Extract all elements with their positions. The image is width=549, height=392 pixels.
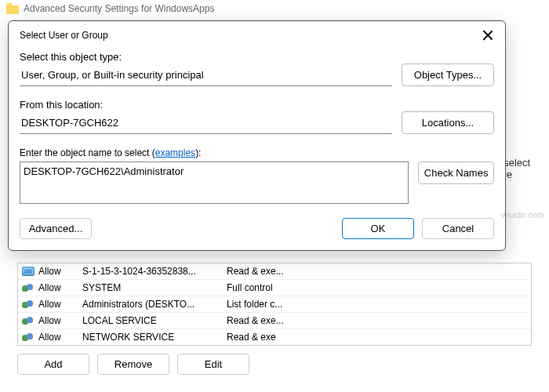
select-user-group-dialog: Select User or Group Select this object … [8, 20, 506, 251]
table-row[interactable]: AllowS-1-15-3-1024-36352838...Read & exe… [18, 263, 531, 279]
folder-icon [6, 3, 19, 14]
two-users-icon [21, 331, 35, 343]
name-label-pre: Enter the object name to select ( [20, 147, 155, 158]
col-type: Allow [38, 266, 79, 277]
two-users-icon [21, 298, 35, 310]
permissions-area: AllowS-1-15-3-1024-36352838...Read & exe… [17, 263, 532, 375]
col-access: Read & exe... [227, 315, 528, 326]
permissions-button-row: Add Remove Edit [17, 354, 532, 375]
col-principal: S-1-15-3-1024-36352838... [82, 266, 224, 277]
permissions-table: AllowS-1-15-3-1024-36352838...Read & exe… [17, 263, 532, 346]
location-value: DESKTOP-7GCH622 [20, 114, 392, 134]
bg-title-text: Advanced Security Settings for WindowsAp… [24, 3, 214, 14]
col-principal: Administrators (DESKTO... [82, 299, 224, 310]
ok-button[interactable]: OK [342, 218, 414, 239]
add-button[interactable]: Add [17, 354, 89, 375]
table-row[interactable]: AllowSYSTEMFull control [18, 279, 531, 296]
col-access: List folder c... [227, 299, 528, 310]
col-type: Allow [38, 315, 79, 326]
dialog-titlebar: Select User or Group [9, 21, 505, 48]
table-row[interactable]: AllowNETWORK SERVICERead & exe [18, 328, 531, 345]
two-users-icon [21, 314, 35, 327]
locations-button[interactable]: Locations... [402, 111, 494, 134]
two-users-icon [21, 281, 35, 294]
object-name-input[interactable] [20, 162, 409, 204]
object-type-label: Select this object type: [20, 51, 392, 63]
cancel-button[interactable]: Cancel [422, 218, 494, 239]
col-principal: LOCAL SERVICE [82, 315, 224, 326]
bg-window-title: Advanced Security Settings for WindowsAp… [0, 0, 549, 17]
table-row[interactable]: AllowLOCAL SERVICERead & exe... [18, 312, 531, 328]
col-access: Read & exe... [227, 266, 528, 277]
col-type: Allow [38, 299, 79, 310]
location-label: From this location: [20, 99, 392, 111]
close-icon[interactable] [482, 29, 494, 42]
table-row[interactable]: AllowAdministrators (DESKTO...List folde… [18, 296, 531, 312]
object-name-label: Enter the object name to select (example… [20, 147, 494, 158]
col-access: Full control [227, 282, 528, 293]
col-type: Allow [38, 282, 79, 293]
app-icon [21, 265, 35, 278]
col-principal: NETWORK SERVICE [82, 332, 224, 343]
col-principal: SYSTEM [82, 282, 224, 293]
advanced-button[interactable]: Advanced... [20, 218, 92, 239]
remove-button[interactable]: Remove [97, 354, 169, 375]
col-access: Read & exe [227, 332, 528, 343]
examples-link[interactable]: examples [155, 147, 195, 158]
edit-button[interactable]: Edit [177, 354, 249, 375]
check-names-button[interactable]: Check Names [418, 162, 494, 184]
object-type-value: User, Group, or Built-in security princi… [20, 66, 392, 86]
col-type: Allow [38, 332, 79, 343]
name-label-post: ): [195, 147, 201, 158]
watermark-text: wsxdn.com [501, 210, 544, 220]
dialog-title-text: Select User or Group [20, 30, 108, 41]
object-types-button[interactable]: Object Types... [402, 64, 494, 86]
